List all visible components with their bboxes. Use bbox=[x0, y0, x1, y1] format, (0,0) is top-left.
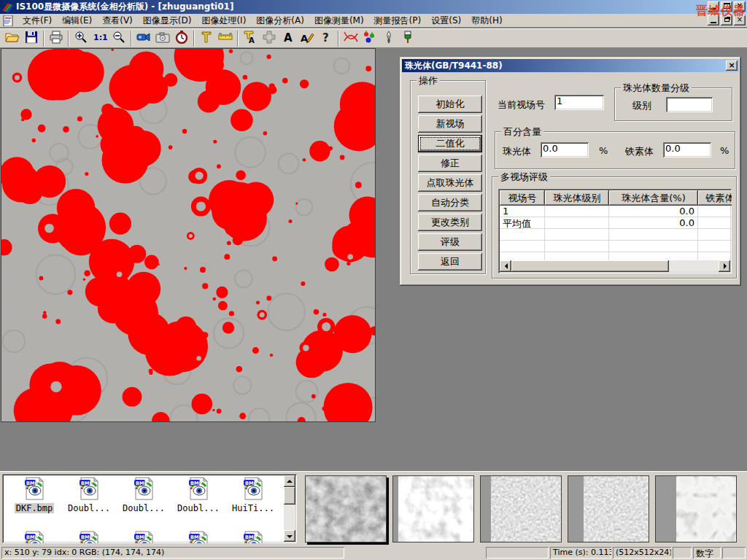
caliper-button[interactable] bbox=[197, 30, 216, 47]
save-button[interactable] bbox=[22, 30, 41, 47]
multifield-table[interactable]: 视场号珠光体级别珠光体含量(%)铁素体10.0平均值0.0 bbox=[498, 189, 732, 273]
menu-item-2[interactable]: 查看(V) bbox=[97, 13, 138, 28]
bmp-file-icon: BMP bbox=[131, 492, 156, 502]
current-field-input[interactable]: 1 bbox=[554, 95, 604, 110]
file-item-row2-1[interactable]: BMP bbox=[63, 531, 115, 543]
vscroll-thumb[interactable] bbox=[284, 487, 295, 505]
op-button-7[interactable]: 评级 bbox=[418, 233, 482, 251]
dialog-close-button[interactable]: × bbox=[726, 61, 738, 71]
svg-text:A: A bbox=[284, 31, 293, 44]
op-button-0[interactable]: 初始化 bbox=[418, 96, 482, 113]
open-folder-button[interactable] bbox=[3, 30, 22, 47]
document-icon[interactable]: DOC bbox=[3, 15, 15, 26]
actual-size-button[interactable]: 1:1 bbox=[90, 30, 109, 47]
op-button-6[interactable]: 更改类别 bbox=[418, 214, 482, 231]
ferrite-percent-input[interactable]: 0.0 bbox=[663, 142, 711, 158]
print-button[interactable] bbox=[47, 30, 66, 47]
menu-item-1[interactable]: 编辑(E) bbox=[57, 13, 97, 28]
pen-tool-button[interactable] bbox=[379, 30, 398, 47]
op-button-4[interactable]: 点取珠光体 bbox=[418, 174, 482, 192]
zoom-out-button[interactable] bbox=[109, 30, 128, 47]
file-item-row2-3[interactable]: BMP bbox=[172, 531, 225, 543]
table-col-header-1[interactable]: 珠光体级别 bbox=[545, 190, 609, 206]
specimen-image[interactable] bbox=[1, 48, 376, 422]
annotate-a-button[interactable]: A bbox=[298, 30, 317, 47]
file-item-row2-0[interactable]: BMP bbox=[8, 531, 61, 543]
count-marks-button[interactable] bbox=[360, 30, 379, 47]
table-col-header-0[interactable]: 视场号 bbox=[500, 190, 545, 206]
status-image-size: (512x512x24) bbox=[613, 547, 671, 559]
menu-item-9[interactable]: 帮助(H) bbox=[466, 13, 507, 28]
file-item-0[interactable]: BMPDKF.bmp bbox=[8, 477, 61, 513]
text-a-button[interactable]: A bbox=[279, 30, 298, 47]
table-hscrollbar[interactable] bbox=[500, 260, 730, 272]
table-col-header-2[interactable]: 珠光体含量(%) bbox=[609, 190, 698, 206]
pen-tool-icon bbox=[383, 31, 395, 46]
title-bar[interactable]: IS100显微摄像系统(金相分析版) - [zhuguangti01] × bbox=[0, 0, 747, 14]
menu-item-0[interactable]: 文件(F) bbox=[18, 13, 57, 28]
svg-text:BMP: BMP bbox=[190, 481, 202, 486]
pattern-cross-button[interactable] bbox=[260, 30, 279, 47]
dialog-title-bar[interactable]: 珠光体(GB/T9441-88) × bbox=[402, 59, 739, 72]
timer-button[interactable] bbox=[172, 30, 191, 47]
file-item-1[interactable]: BMPDoubl... bbox=[63, 477, 115, 513]
pearlite-percent-input[interactable]: 0.0 bbox=[541, 142, 589, 158]
op-button-5[interactable]: 自动分类 bbox=[418, 194, 482, 211]
file-browser[interactable]: BMPDKF.bmpBMPDoubl...BMPDoubl...BMPDoubl… bbox=[2, 474, 297, 543]
measure-text-button[interactable]: A bbox=[241, 30, 260, 47]
table-cell bbox=[698, 217, 732, 228]
file-name: Doubl... bbox=[66, 503, 112, 513]
curve-tool-button[interactable] bbox=[341, 30, 360, 47]
table-col-header-3[interactable]: 铁素体 bbox=[698, 190, 732, 206]
level-input[interactable] bbox=[666, 97, 713, 112]
pearlite-percent-unit: % bbox=[599, 145, 608, 156]
file-vscrollbar[interactable] bbox=[284, 475, 295, 542]
scroll-up-button[interactable] bbox=[284, 475, 295, 487]
sample-thumbnail-2[interactable] bbox=[480, 475, 562, 542]
curve-tool-icon bbox=[343, 31, 359, 46]
svg-text:BMP: BMP bbox=[136, 534, 147, 540]
scroll-down-button[interactable] bbox=[284, 530, 295, 542]
sample-thumbnail-0[interactable] bbox=[305, 475, 387, 542]
video-camera-button[interactable] bbox=[134, 30, 153, 47]
menu-item-4[interactable]: 图像处理(I) bbox=[196, 13, 251, 28]
op-button-1[interactable]: 新视场 bbox=[418, 115, 482, 133]
status-bar: x: 510 y: 79 idx: 0 RGB: (174, 174, 174)… bbox=[0, 545, 747, 560]
table-row[interactable] bbox=[500, 229, 732, 241]
sample-thumbnail-1[interactable] bbox=[392, 475, 474, 542]
file-name: HuiTi... bbox=[231, 503, 276, 513]
table-cell bbox=[698, 241, 732, 252]
menu-bar: DOC 文件(F)编辑(E)查看(V)图像显示(D)图像处理(I)图像分析(A)… bbox=[0, 14, 747, 28]
multifield-group-label: 多视场评级 bbox=[498, 171, 550, 184]
hscroll-thumb[interactable] bbox=[511, 260, 669, 272]
scroll-right-button[interactable] bbox=[719, 260, 730, 272]
menu-item-7[interactable]: 测量报告(P) bbox=[369, 13, 427, 28]
op-button-3[interactable]: 修正 bbox=[418, 155, 482, 172]
brush-tool-button[interactable] bbox=[398, 30, 417, 47]
save-icon bbox=[25, 31, 38, 46]
file-item-4[interactable]: BMPHuiTi... bbox=[227, 477, 279, 513]
zoom-in-button[interactable] bbox=[71, 30, 90, 47]
sample-thumbnail-3[interactable] bbox=[568, 475, 649, 542]
file-item-row2-4[interactable]: BMP bbox=[227, 531, 279, 543]
scroll-left-button[interactable] bbox=[500, 260, 511, 272]
menu-item-8[interactable]: 设置(S) bbox=[426, 13, 466, 28]
svg-text:BMP: BMP bbox=[245, 534, 257, 540]
table-row[interactable] bbox=[500, 241, 732, 252]
ruler-button[interactable] bbox=[216, 30, 235, 47]
file-item-row2-2[interactable]: BMP bbox=[117, 531, 170, 543]
menu-item-6[interactable]: 图像测量(M) bbox=[309, 13, 369, 28]
sample-thumbnail-4[interactable] bbox=[655, 475, 737, 542]
menu-item-3[interactable]: 图像显示(D) bbox=[138, 13, 197, 28]
menu-item-5[interactable]: 图像分析(A) bbox=[251, 13, 309, 28]
op-button-8[interactable]: 返回 bbox=[418, 253, 482, 271]
file-item-2[interactable]: BMPDoubl... bbox=[117, 477, 170, 513]
file-item-3[interactable]: BMPDoubl... bbox=[172, 477, 225, 513]
help-button[interactable]: ? bbox=[317, 30, 336, 47]
table-row[interactable]: 10.0 bbox=[500, 206, 732, 217]
table-row[interactable]: 平均值0.0 bbox=[500, 217, 732, 229]
camera-button[interactable] bbox=[153, 30, 172, 47]
print-icon bbox=[49, 31, 63, 46]
zoom-in-icon bbox=[74, 31, 88, 46]
op-button-2[interactable]: 二值化 bbox=[418, 135, 482, 152]
